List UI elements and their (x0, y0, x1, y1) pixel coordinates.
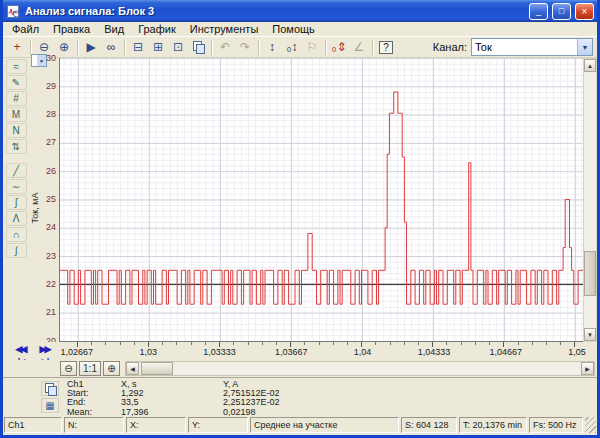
redo-icon: ↷ (240, 40, 250, 54)
copy-button[interactable] (188, 38, 208, 56)
angle-icon: ∠ (354, 40, 365, 54)
cursor-button[interactable]: + (7, 38, 27, 56)
split-vertical-button[interactable]: ⊞ (148, 38, 168, 56)
wave-cursor-button[interactable]: ≈ (6, 59, 27, 74)
resize-grip[interactable] (585, 417, 596, 433)
maximize-button[interactable]: □ (552, 3, 571, 20)
status-x: X: (126, 417, 186, 433)
marker-flag-icon: ⚐ (307, 40, 318, 54)
menu-item-file[interactable]: Файл (5, 23, 46, 35)
y-tick-label: 22 (46, 280, 56, 289)
cursor-icon: + (13, 40, 20, 54)
channel-value: Ток (475, 41, 577, 53)
edit-tool-button[interactable]: ✎ (6, 75, 27, 90)
scroll-up-button[interactable]: ▲ (584, 59, 596, 72)
menu-item-graph[interactable]: График (131, 23, 183, 35)
vertical-scroll-thumb[interactable] (584, 251, 596, 296)
y-scale-combo[interactable]: ▼ (31, 54, 47, 67)
copy-icon (193, 41, 204, 53)
minimize-button[interactable]: _ (529, 3, 548, 20)
page-left-button[interactable]: ◀◀ (9, 343, 32, 356)
window-title: Анализ сигнала: Блок 3 (25, 5, 525, 17)
chevron-down-icon: ▼ (37, 55, 46, 66)
zoom-reset-button[interactable]: 1:1 (79, 361, 101, 376)
zoom-out-x-button[interactable]: ⊖ (60, 361, 77, 376)
scroll-right-button[interactable]: ▶ (581, 362, 594, 375)
menu-item-tools[interactable]: Инструменты (183, 23, 266, 35)
wave-tool-button[interactable]: ∼ (6, 179, 27, 194)
help-icon: ? (379, 41, 393, 54)
measure-y-icon: ↕ (269, 40, 275, 54)
status-duration: T: 20,1376 min (459, 417, 527, 433)
scroll-down-button[interactable]: ▼ (584, 328, 596, 341)
angle-button: ∠ (349, 38, 369, 56)
vertical-scrollbar[interactable]: ▲ ▼ (583, 58, 597, 342)
status-channel: Ch1 (4, 417, 62, 433)
split-horizontal-button[interactable]: ⊟ (128, 38, 148, 56)
zoom-out-icon: ⊖ (39, 40, 49, 54)
x-tick-label: 1,02667 (61, 347, 94, 357)
copy-stats-button[interactable] (41, 381, 59, 396)
run-marker-button[interactable]: ▶ (81, 38, 101, 56)
status-rate: Fs: 500 Hz (529, 417, 583, 433)
grid-tool-button[interactable]: # (6, 91, 27, 106)
close-button[interactable]: × (575, 3, 594, 20)
menu-item-edit[interactable]: Правка (46, 23, 97, 35)
status-hint: Среднее на участке (250, 417, 399, 433)
zoom-in-button[interactable]: ⊕ (54, 38, 74, 56)
chart-plot[interactable] (59, 58, 583, 342)
y-tick-label: 27 (46, 138, 56, 147)
toolbar-separator (124, 40, 125, 55)
search-button[interactable]: ∞ (101, 38, 121, 56)
split-vertical-icon: ⊞ (153, 40, 163, 54)
max-marker-button[interactable]: M (6, 107, 27, 122)
signal-path (60, 92, 583, 304)
toolbar-separator (30, 40, 31, 55)
x-tick-label: 1,05 (568, 347, 586, 357)
page-right-button[interactable]: ▶▶ (33, 343, 56, 356)
x-tick-label: 1,03333 (203, 347, 236, 357)
toolbar: +⊖⊕▶∞⊟⊞⊡↶↷↕₀↕⚐₀⇕∠? Канал: Ток ▼ (3, 36, 597, 58)
measure-y-zero-button[interactable]: ₀↕ (282, 38, 302, 56)
info-panel: ▦ Ch1X, sY, AStart:1,2922,751512E-02End:… (3, 377, 597, 416)
y-tick-label: 25 (46, 195, 56, 204)
split-single-button[interactable]: ⊡ (168, 38, 188, 56)
measure-zero-button[interactable]: ₀⇕ (329, 38, 349, 56)
integral-tool-button[interactable]: ∫ (6, 243, 27, 258)
table-view-button[interactable]: ▦ (41, 398, 59, 413)
y-tick-label: 23 (46, 252, 56, 261)
arc-tool-button[interactable]: ∩ (6, 227, 27, 242)
y-tick-label: 21 (46, 308, 56, 317)
y-tick-label: 30 (46, 54, 56, 63)
scroll-left-button[interactable]: ◀ (126, 362, 139, 375)
status-y: Y: (188, 417, 248, 433)
app-window: Анализ сигнала: Блок 3 _ □ × ФайлПравкаВ… (0, 0, 600, 438)
measure-y-button[interactable]: ↕ (262, 38, 282, 56)
measure-y-zero-icon: ₀↕ (287, 40, 298, 54)
zoom-row: ⊖ 1:1 ⊕ ◀ ▶ (3, 360, 597, 377)
x-tick-label: 1,04667 (489, 347, 522, 357)
run-marker-icon: ▶ (86, 40, 95, 54)
horizontal-scroll-thumb[interactable] (141, 362, 173, 375)
help-button[interactable]: ? (376, 38, 396, 56)
toolbar-separator (77, 40, 78, 55)
horizontal-scrollbar[interactable]: ◀ ▶ (125, 361, 595, 376)
channel-label: Канал: (433, 41, 467, 53)
menu-item-help[interactable]: Помощь (265, 23, 322, 35)
status-n: N: (64, 417, 124, 433)
chevron-down-icon[interactable]: ▼ (577, 39, 592, 55)
min-max-button[interactable]: ⇅ (6, 139, 27, 154)
line-tool-button[interactable]: ╱ (6, 163, 27, 178)
menu-item-view[interactable]: Вид (97, 23, 131, 35)
table-icon: ▦ (45, 400, 54, 411)
zoom-in-icon: ⊕ (59, 40, 69, 54)
menu-bar: ФайлПравкаВидГрафикИнструментыПомощь (3, 22, 597, 36)
marker-flag-button: ⚐ (302, 38, 322, 56)
n-marker-button[interactable]: N (6, 123, 27, 138)
status-samples: S: 604 128 (401, 417, 457, 433)
y-tick-label: 28 (46, 110, 56, 119)
zoom-in-x-button[interactable]: ⊕ (103, 361, 120, 376)
smooth-tool-button[interactable]: ʃ (6, 195, 27, 210)
channel-select[interactable]: Ток ▼ (471, 38, 593, 56)
peak-tool-button[interactable]: Λ (6, 211, 27, 226)
